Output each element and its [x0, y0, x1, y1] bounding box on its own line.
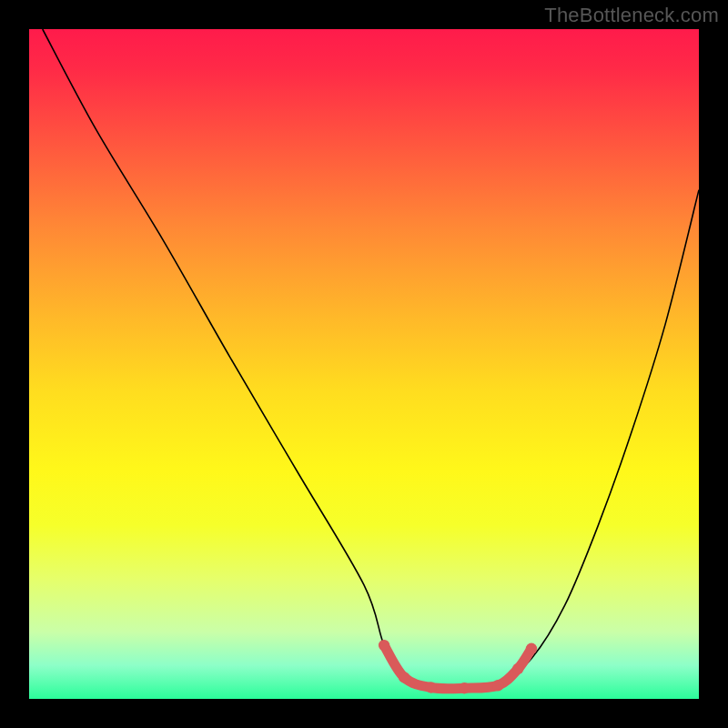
highlight-dot — [492, 680, 503, 691]
highlight-dot — [512, 663, 523, 674]
chart-svg — [29, 29, 699, 699]
highlight-dot — [459, 682, 470, 693]
bottleneck-curve — [43, 29, 699, 690]
highlight-dot — [526, 643, 537, 654]
highlight-dot — [379, 640, 389, 651]
highlight-dot — [425, 682, 436, 693]
highlight-dot — [399, 672, 410, 682]
attribution-text: TheBottleneck.com — [544, 4, 719, 27]
chart-frame: TheBottleneck.com — [0, 0, 728, 728]
plot-area — [29, 29, 699, 699]
